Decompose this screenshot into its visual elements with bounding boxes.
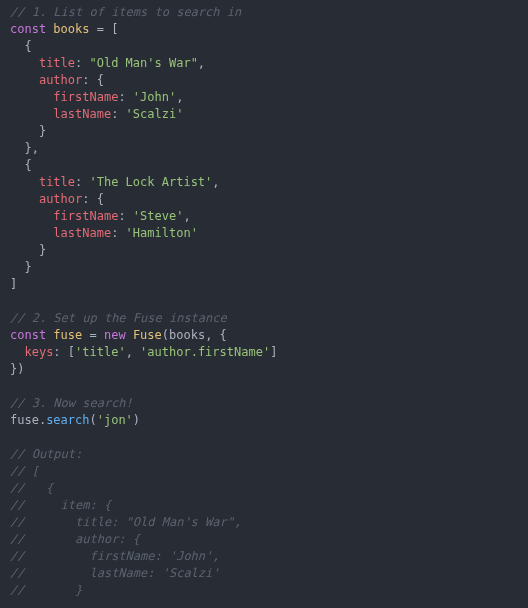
code-punct: { xyxy=(10,39,32,53)
code-punct: : { xyxy=(82,73,104,87)
code-property: title xyxy=(39,56,75,70)
code-function: search xyxy=(46,413,89,427)
code-string: 'author.firstName' xyxy=(140,345,270,359)
code-punct: : xyxy=(111,226,125,240)
code-comment: // author: { xyxy=(10,532,140,546)
code-punct: } xyxy=(10,124,46,138)
code-string: 'title' xyxy=(75,345,126,359)
code-property: lastName xyxy=(53,226,111,240)
code-comment: // firstName: 'John', xyxy=(10,549,220,563)
code-comment: // 1. List of items to search in xyxy=(10,5,241,19)
code-punct: : [ xyxy=(53,345,75,359)
code-comment: // lastName: 'Scalzi' xyxy=(10,566,220,580)
code-punct: : xyxy=(118,90,132,104)
code-comment: // title: "Old Man's War", xyxy=(10,515,241,529)
code-punct: }, xyxy=(10,141,39,155)
code-punct: { xyxy=(10,158,32,172)
code-comment: // 2. Set up the Fuse instance xyxy=(10,311,227,325)
code-punct: : xyxy=(111,107,125,121)
code-block: // 1. List of items to search in const b… xyxy=(0,0,528,599)
code-identifier: fuse xyxy=(53,328,82,342)
code-punct: } xyxy=(10,243,46,257)
code-string: 'Hamilton' xyxy=(126,226,198,240)
code-punct: : { xyxy=(82,192,104,206)
code-property: lastName xyxy=(53,107,111,121)
code-comment: // } xyxy=(10,583,82,597)
code-comment: // Output: xyxy=(10,447,82,461)
code-punct: ] xyxy=(10,277,17,291)
code-string: 'jon' xyxy=(97,413,133,427)
code-class: Fuse xyxy=(133,328,162,342)
code-keyword: new xyxy=(104,328,126,342)
code-property: author xyxy=(39,192,82,206)
code-keyword: const xyxy=(10,328,46,342)
code-punct: : xyxy=(75,56,89,70)
code-punct: : xyxy=(118,209,132,223)
code-punct: } xyxy=(10,260,32,274)
code-punct: = [ xyxy=(89,22,118,36)
code-string: 'Scalzi' xyxy=(126,107,184,121)
code-punct: ] xyxy=(270,345,277,359)
code-string: 'The Lock Artist' xyxy=(89,175,212,189)
code-string: 'Steve' xyxy=(133,209,184,223)
code-punct: , xyxy=(176,90,183,104)
code-property: firstName xyxy=(53,209,118,223)
code-property: firstName xyxy=(53,90,118,104)
code-punct: : xyxy=(75,175,89,189)
code-comment: // { xyxy=(10,481,53,495)
code-comment: // item: { xyxy=(10,498,111,512)
code-property: title xyxy=(39,175,75,189)
code-identifier: books xyxy=(53,22,89,36)
code-property: keys xyxy=(24,345,53,359)
code-string: 'John' xyxy=(133,90,176,104)
code-punct: , xyxy=(198,56,205,70)
code-property: author xyxy=(39,73,82,87)
code-punct: , xyxy=(212,175,219,189)
code-punct: }) xyxy=(10,362,24,376)
code-punct: fuse. xyxy=(10,413,46,427)
code-string: "Old Man's War" xyxy=(89,56,197,70)
code-keyword: const xyxy=(10,22,46,36)
code-punct: = xyxy=(82,328,104,342)
code-punct: ( xyxy=(89,413,96,427)
code-comment: // 3. Now search! xyxy=(10,396,133,410)
code-punct: , xyxy=(126,345,140,359)
code-comment: // [ xyxy=(10,464,39,478)
code-punct: (books, { xyxy=(162,328,227,342)
code-punct: , xyxy=(183,209,190,223)
code-punct: ) xyxy=(133,413,140,427)
